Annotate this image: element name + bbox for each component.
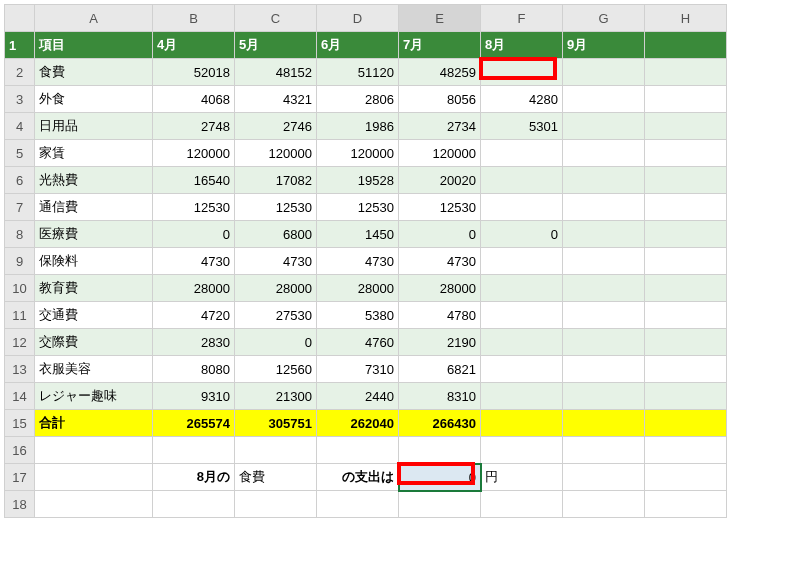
cell-D18[interactable] — [317, 491, 399, 518]
cell-B12[interactable]: 2830 — [153, 329, 235, 356]
col-header-G[interactable]: G — [563, 5, 645, 32]
cell-B9[interactable]: 4730 — [153, 248, 235, 275]
row-header-5[interactable]: 5 — [5, 140, 35, 167]
col-header-H[interactable]: H — [645, 5, 727, 32]
cell-E14[interactable]: 8310 — [399, 383, 481, 410]
cell-C3[interactable]: 4321 — [235, 86, 317, 113]
cell-G8[interactable] — [563, 221, 645, 248]
cell-F2[interactable] — [481, 59, 563, 86]
cell-E11[interactable]: 4780 — [399, 302, 481, 329]
header-cell-F[interactable]: 8月 — [481, 32, 563, 59]
cell-C10[interactable]: 28000 — [235, 275, 317, 302]
cell-C9[interactable]: 4730 — [235, 248, 317, 275]
cell-A18[interactable] — [35, 491, 153, 518]
cell-C18[interactable] — [235, 491, 317, 518]
row-header-6[interactable]: 6 — [5, 167, 35, 194]
row-header-3[interactable]: 3 — [5, 86, 35, 113]
row-header-1[interactable]: 1 — [5, 32, 35, 59]
cell-D3[interactable]: 2806 — [317, 86, 399, 113]
cell-C11[interactable]: 27530 — [235, 302, 317, 329]
cell-A13[interactable]: 衣服美容 — [35, 356, 153, 383]
cell-G9[interactable] — [563, 248, 645, 275]
total-cell-G[interactable] — [563, 410, 645, 437]
cell-B11[interactable]: 4720 — [153, 302, 235, 329]
cell-A14[interactable]: レジャー趣味 — [35, 383, 153, 410]
cell-D7[interactable]: 12530 — [317, 194, 399, 221]
total-cell-C[interactable]: 305751 — [235, 410, 317, 437]
cell-H13[interactable] — [645, 356, 727, 383]
total-cell-B[interactable]: 265574 — [153, 410, 235, 437]
cell-B13[interactable]: 8080 — [153, 356, 235, 383]
cell-H7[interactable] — [645, 194, 727, 221]
col-header-C[interactable]: C — [235, 5, 317, 32]
cell-F12[interactable] — [481, 329, 563, 356]
row-header-8[interactable]: 8 — [5, 221, 35, 248]
cell-F8[interactable]: 0 — [481, 221, 563, 248]
cell-F3[interactable]: 4280 — [481, 86, 563, 113]
cell-H6[interactable] — [645, 167, 727, 194]
cell-F6[interactable] — [481, 167, 563, 194]
cell-F14[interactable] — [481, 383, 563, 410]
cell-E18[interactable] — [399, 491, 481, 518]
cell-B5[interactable]: 120000 — [153, 140, 235, 167]
col-header-F[interactable]: F — [481, 5, 563, 32]
row-header-15[interactable]: 15 — [5, 410, 35, 437]
cell-C8[interactable]: 6800 — [235, 221, 317, 248]
lookup-category-combo[interactable]: 食費 — [235, 464, 317, 491]
cell-D4[interactable]: 1986 — [317, 113, 399, 140]
header-cell-D[interactable]: 6月 — [317, 32, 399, 59]
cell-F9[interactable] — [481, 248, 563, 275]
total-cell-D[interactable]: 262040 — [317, 410, 399, 437]
cell-H16[interactable] — [645, 437, 727, 464]
cell-C4[interactable]: 2746 — [235, 113, 317, 140]
header-cell-A[interactable]: 項目 — [35, 32, 153, 59]
row-header-9[interactable]: 9 — [5, 248, 35, 275]
cell-D6[interactable]: 19528 — [317, 167, 399, 194]
cell-B4[interactable]: 2748 — [153, 113, 235, 140]
cell-A12[interactable]: 交際費 — [35, 329, 153, 356]
cell-C2[interactable]: 48152 — [235, 59, 317, 86]
cell-H8[interactable] — [645, 221, 727, 248]
total-cell-E[interactable]: 266430 — [399, 410, 481, 437]
lookup-result-cell[interactable]: 0 — [399, 464, 481, 491]
cell-G17[interactable] — [563, 464, 645, 491]
row-header-4[interactable]: 4 — [5, 113, 35, 140]
cell-D16[interactable] — [317, 437, 399, 464]
cell-H9[interactable] — [645, 248, 727, 275]
cell-C13[interactable]: 12560 — [235, 356, 317, 383]
cell-G4[interactable] — [563, 113, 645, 140]
cell-D13[interactable]: 7310 — [317, 356, 399, 383]
cell-E10[interactable]: 28000 — [399, 275, 481, 302]
cell-A7[interactable]: 通信費 — [35, 194, 153, 221]
cell-B18[interactable] — [153, 491, 235, 518]
cell-G12[interactable] — [563, 329, 645, 356]
cell-D14[interactable]: 2440 — [317, 383, 399, 410]
row-header-11[interactable]: 11 — [5, 302, 35, 329]
cell-E2[interactable]: 48259 — [399, 59, 481, 86]
cell-E9[interactable]: 4730 — [399, 248, 481, 275]
cell-F18[interactable] — [481, 491, 563, 518]
cell-H2[interactable] — [645, 59, 727, 86]
cell-A8[interactable]: 医療費 — [35, 221, 153, 248]
cell-H17[interactable] — [645, 464, 727, 491]
cell-A16[interactable] — [35, 437, 153, 464]
cell-F11[interactable] — [481, 302, 563, 329]
total-cell-H[interactable] — [645, 410, 727, 437]
cell-H14[interactable] — [645, 383, 727, 410]
cell-B7[interactable]: 12530 — [153, 194, 235, 221]
cell-E7[interactable]: 12530 — [399, 194, 481, 221]
cell-G14[interactable] — [563, 383, 645, 410]
cell-A6[interactable]: 光熱費 — [35, 167, 153, 194]
cell-H10[interactable] — [645, 275, 727, 302]
cell-A9[interactable]: 保険料 — [35, 248, 153, 275]
row-header-10[interactable]: 10 — [5, 275, 35, 302]
cell-A11[interactable]: 交通費 — [35, 302, 153, 329]
cell-D10[interactable]: 28000 — [317, 275, 399, 302]
cell-H11[interactable] — [645, 302, 727, 329]
cell-E13[interactable]: 6821 — [399, 356, 481, 383]
cell-G2[interactable] — [563, 59, 645, 86]
col-header-E[interactable]: E — [399, 5, 481, 32]
col-header-D[interactable]: D — [317, 5, 399, 32]
cell-G18[interactable] — [563, 491, 645, 518]
cell-G11[interactable] — [563, 302, 645, 329]
